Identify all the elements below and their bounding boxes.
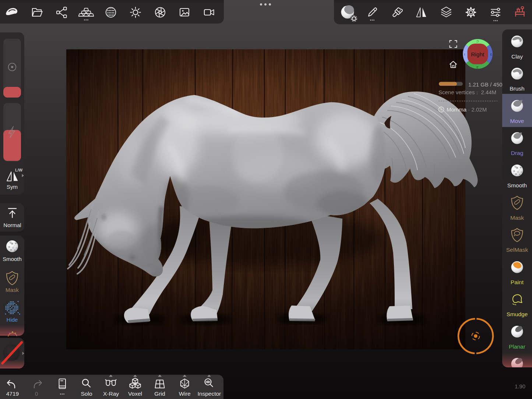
svg-text:E: E: [476, 66, 479, 69]
svg-text:C: C: [476, 39, 479, 43]
svg-text:Right: Right: [471, 51, 485, 57]
svg-text:B: B: [490, 53, 492, 56]
